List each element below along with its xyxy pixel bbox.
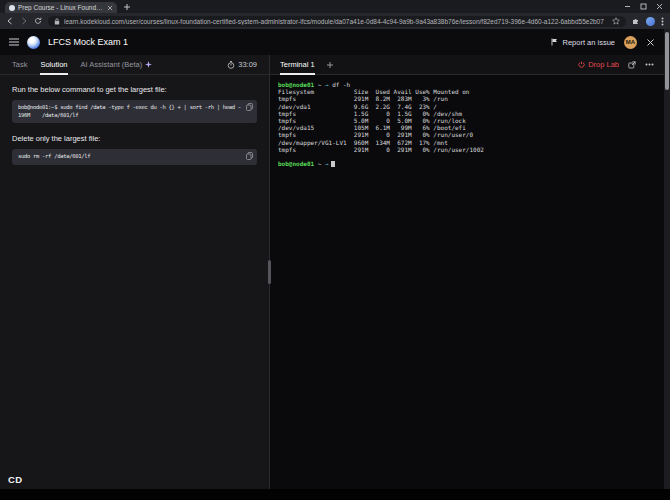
drop-lab-label: Drop Lab bbox=[588, 60, 619, 69]
terminal-blank-line bbox=[278, 153, 656, 160]
workspace: Task Solution AI Assistant (Beta) 33:09 … bbox=[0, 55, 664, 489]
bottom-bar bbox=[0, 489, 670, 500]
header-actions: Report an issue MA bbox=[551, 36, 655, 49]
terminal-command: df -h bbox=[332, 81, 350, 88]
window-maximize-icon[interactable] bbox=[640, 3, 647, 10]
forward-icon[interactable] bbox=[20, 17, 28, 25]
browser-tab-strip: Prep Course - Linux Foundatio bbox=[0, 0, 670, 13]
terminal-actions: Drop Lab bbox=[578, 55, 654, 74]
code-block-find: bob@node01:~$ sudo find /data -type f -e… bbox=[12, 100, 257, 123]
stopwatch-icon bbox=[227, 61, 235, 69]
power-icon bbox=[578, 61, 585, 68]
terminal-tab-bar: Terminal 1 Drop Lab bbox=[270, 55, 664, 75]
prompt-path: ~ bbox=[318, 81, 322, 88]
terminal-cursor bbox=[331, 161, 335, 168]
add-terminal-icon[interactable] bbox=[326, 55, 334, 74]
sparkle-icon bbox=[145, 61, 152, 68]
code-command-1: bob@node01:~$ sudo find /data -type f -e… bbox=[18, 104, 241, 112]
extensions-icon[interactable] bbox=[632, 17, 640, 25]
flag-icon bbox=[551, 38, 558, 46]
url-text[interactable]: learn.kodekloud.com/user/courses/linux-f… bbox=[64, 18, 608, 25]
browser-menu-icon[interactable] bbox=[661, 17, 664, 26]
ai-assistant-label: AI Assistant (Beta) bbox=[81, 60, 143, 69]
code-block-delete: sudo rm -rf /data/601/lf bbox=[12, 149, 257, 165]
terminal-menu-icon[interactable] bbox=[645, 63, 654, 66]
close-lab-icon[interactable] bbox=[646, 38, 655, 47]
browser-toolbar: learn.kodekloud.com/user/courses/linux-f… bbox=[0, 13, 670, 29]
code-output-1: 196M /data/601/lf bbox=[18, 112, 241, 120]
copy-icon[interactable] bbox=[246, 103, 253, 111]
panel-tab-bar: Task Solution AI Assistant (Beta) 33:09 bbox=[0, 55, 269, 75]
browser-tab[interactable]: Prep Course - Linux Foundatio bbox=[5, 2, 117, 13]
page-title: LFCS Mock Exam 1 bbox=[48, 37, 128, 47]
prompt-arrow-2: → bbox=[325, 160, 329, 167]
window-controls bbox=[624, 0, 670, 13]
tab-close-icon[interactable] bbox=[107, 5, 113, 11]
report-issue-label: Report an issue bbox=[562, 38, 615, 47]
instruction-text-2: Delete only the largest file: bbox=[12, 134, 257, 143]
prompt-user-2: bob@node01 bbox=[278, 160, 314, 167]
drop-lab-button[interactable]: Drop Lab bbox=[578, 60, 619, 69]
url-bar[interactable]: learn.kodekloud.com/user/courses/linux-f… bbox=[48, 16, 626, 27]
bookmark-star-icon[interactable] bbox=[612, 17, 620, 25]
report-issue-button[interactable]: Report an issue bbox=[551, 38, 615, 47]
back-icon[interactable] bbox=[6, 17, 14, 25]
terminal-prompt-line: bob@node01~→df -h bbox=[278, 81, 656, 88]
df-output: Filesystem Size Used Avail Use% Mounted … bbox=[278, 88, 656, 153]
tab-ai-assistant[interactable]: AI Assistant (Beta) bbox=[81, 55, 153, 74]
screen: Prep Course - Linux Foundatio learn.kode… bbox=[0, 0, 670, 500]
scrollbar-thumb[interactable] bbox=[665, 32, 669, 90]
app-header: LFCS Mock Exam 1 Report an issue MA bbox=[0, 29, 664, 55]
new-tab-icon[interactable] bbox=[123, 3, 131, 11]
solution-content: Run the below command to get the largest… bbox=[0, 75, 269, 489]
user-avatar[interactable]: MA bbox=[624, 36, 637, 49]
refresh-icon[interactable] bbox=[34, 17, 42, 25]
open-external-icon[interactable] bbox=[628, 61, 636, 69]
kodekloud-logo bbox=[27, 36, 40, 49]
timer-value: 33:09 bbox=[238, 60, 257, 69]
page-scrollbar[interactable] bbox=[664, 29, 670, 489]
timer: 33:09 bbox=[227, 55, 257, 74]
tab-favicon-icon bbox=[9, 5, 15, 11]
panel-resize-handle[interactable] bbox=[268, 260, 271, 284]
browser-profile-avatar[interactable] bbox=[646, 17, 655, 26]
terminal-prompt-line-2: bob@node01~→ bbox=[278, 160, 656, 167]
instruction-text-1: Run the below command to get the largest… bbox=[12, 85, 257, 94]
terminal-screen[interactable]: bob@node01~→df -h Filesystem Size Used A… bbox=[270, 75, 664, 489]
window-close-icon[interactable] bbox=[656, 3, 663, 10]
tab-title: Prep Course - Linux Foundatio bbox=[18, 4, 104, 11]
tab-task[interactable]: Task bbox=[12, 55, 27, 74]
lock-icon bbox=[54, 18, 60, 25]
copy-icon-2[interactable] bbox=[246, 152, 253, 160]
hamburger-menu-icon[interactable] bbox=[9, 38, 19, 46]
cd-logo: CD bbox=[8, 474, 23, 485]
prompt-path-2: ~ bbox=[318, 160, 322, 167]
tab-solution[interactable]: Solution bbox=[40, 55, 67, 74]
terminal-panel: Terminal 1 Drop Lab bob@node01~→df -h Fi… bbox=[270, 55, 664, 489]
prompt-user: bob@node01 bbox=[278, 81, 314, 88]
prompt-arrow: → bbox=[325, 81, 329, 88]
task-panel: Task Solution AI Assistant (Beta) 33:09 … bbox=[0, 55, 270, 489]
code-command-2: sudo rm -rf /data/601/lf bbox=[18, 153, 241, 161]
window-minimize-icon[interactable] bbox=[624, 3, 631, 10]
tab-terminal-1[interactable]: Terminal 1 bbox=[280, 55, 315, 74]
